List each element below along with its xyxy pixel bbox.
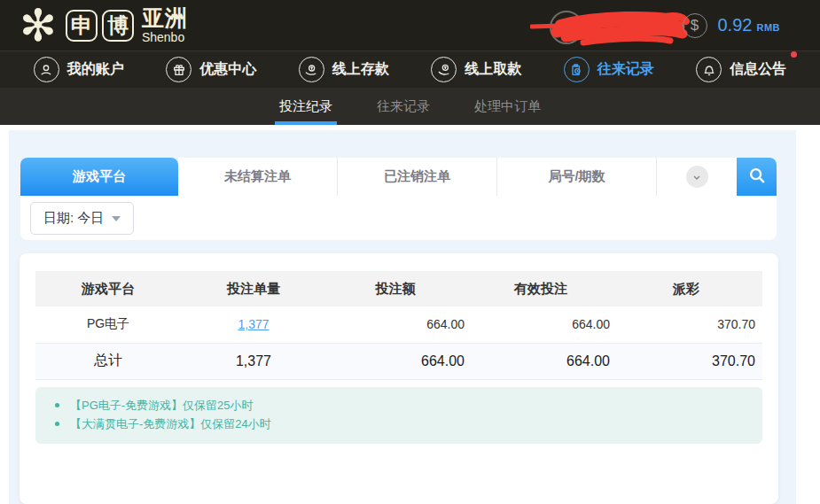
chevron-down-icon	[686, 166, 708, 188]
notice-text: 【大满贯电子-免费游戏】仅保留24小时	[70, 415, 271, 433]
total-bet-count: 1,377	[181, 343, 326, 379]
cell-payout: 370.70	[617, 306, 762, 343]
total-payout: 370.70	[617, 343, 762, 379]
logo-subtitle: Shenbo	[142, 31, 188, 43]
caret-down-icon	[112, 216, 121, 221]
total-valid-bet: 664.00	[472, 343, 617, 379]
balance-currency: RMB	[756, 22, 780, 33]
content-panel: 游戏平台 未结算注单 已注销注单 局号/期数 日期: 今日	[9, 130, 796, 504]
top-header: ✻ 申 博 亚洲 Shenbo $ 0.92 RMB	[0, 0, 820, 50]
bullet-dot-icon	[55, 403, 59, 407]
cell-valid-bet: 664.00	[472, 306, 617, 343]
nav-label: 线上取款	[465, 60, 521, 79]
cell-bet-count: 1,377	[181, 306, 326, 343]
nav-announcements[interactable]: 信息公告	[696, 57, 786, 82]
tab-game-platform[interactable]: 游戏平台	[20, 158, 178, 196]
tab-cancelled[interactable]: 已注销注单	[338, 158, 497, 196]
date-filter-dropdown[interactable]: 日期: 今日	[30, 202, 134, 235]
subnav-label: 往来记录	[377, 98, 430, 115]
account-area	[530, 7, 690, 46]
col-valid-bet: 有效投注	[472, 271, 617, 306]
query-tab-row: 游戏平台 未结算注单 已注销注单 局号/期数	[20, 158, 777, 196]
logo-char-shen: 申	[66, 10, 98, 42]
logo-char-bo: 博	[102, 10, 134, 42]
col-bet-count: 投注单量	[181, 271, 326, 306]
subnav-pending-orders[interactable]: 处理中订单	[474, 88, 541, 125]
user-icon	[34, 57, 59, 82]
total-bet-amount: 664.00	[326, 343, 472, 379]
table-total-row: 总计 1,377 664.00 664.00 370.70	[35, 343, 762, 379]
cell-platform: PG电子	[35, 306, 181, 343]
cell-bet-amount: 664.00	[326, 306, 472, 343]
filter-bar: 日期: 今日	[20, 196, 777, 240]
tab-expand-dropdown[interactable]	[657, 158, 737, 196]
subnav-transaction-records[interactable]: 往来记录	[377, 88, 430, 125]
search-icon	[747, 166, 767, 188]
notice-text: 【PG电子-免费游戏】仅保留25小时	[70, 396, 254, 415]
subnav-bet-records[interactable]: 投注纪录	[279, 88, 332, 125]
table-row: PG电子 1,377 664.00 664.00 370.70	[35, 306, 762, 343]
sub-navigation: 投注纪录 往来记录 处理中订单	[0, 88, 820, 125]
tab-round-number[interactable]: 局号/期数	[497, 158, 657, 196]
subnav-label: 处理中订单	[474, 98, 541, 115]
search-button[interactable]	[737, 158, 777, 196]
main-navigation: 我的账户 优惠中心 线上存款 线上取款	[0, 50, 820, 88]
logo-region-block: 亚洲 Shenbo	[142, 7, 188, 43]
notice-line: 【大满贯电子-免费游戏】仅保留24小时	[50, 415, 748, 433]
nav-records[interactable]: 往来记录	[564, 57, 654, 82]
col-payout: 派彩	[617, 271, 762, 306]
nav-label: 线上存款	[332, 60, 389, 79]
date-filter-label: 日期: 今日	[43, 210, 104, 227]
col-bet-amount: 投注额	[326, 271, 472, 306]
notice-box: 【PG电子-免费游戏】仅保留25小时 【大满贯电子-免费游戏】仅保留24小时	[35, 387, 762, 444]
logo-region-text: 亚洲	[142, 7, 188, 29]
nav-promotions[interactable]: 优惠中心	[166, 57, 256, 82]
nav-label: 信息公告	[730, 60, 786, 79]
results-card: 游戏平台 投注单量 投注额 有效投注 派彩 PG电子 1,377 664.00 …	[20, 253, 778, 504]
balance-amount: 0.92	[718, 15, 753, 35]
balance-display[interactable]: $ 0.92 RMB	[683, 0, 781, 50]
notice-line: 【PG电子-免费游戏】仅保留25小时	[50, 396, 748, 415]
nav-my-account[interactable]: 我的账户	[34, 57, 124, 82]
gift-icon	[166, 57, 191, 82]
redaction-scribble	[530, 7, 690, 46]
active-tab-underline	[275, 121, 337, 125]
nav-label: 往来记录	[597, 60, 654, 79]
deposit-icon	[299, 57, 324, 82]
table-header-row: 游戏平台 投注单量 投注额 有效投注 派彩	[35, 271, 762, 306]
bet-summary-table: 游戏平台 投注单量 投注额 有效投注 派彩 PG电子 1,377 664.00 …	[35, 271, 762, 380]
notification-badge	[791, 51, 797, 58]
nav-label: 优惠中心	[199, 60, 256, 79]
records-icon	[564, 57, 590, 82]
nav-label: 我的账户	[67, 60, 124, 79]
subnav-label: 投注纪录	[279, 98, 332, 115]
flower-logo-icon: ✻	[20, 4, 57, 48]
bullet-dot-icon	[55, 422, 59, 426]
tab-unsettled[interactable]: 未结算注单	[178, 158, 338, 196]
nav-withdraw[interactable]: 线上取款	[431, 57, 521, 82]
currency-dollar-icon: $	[683, 13, 707, 38]
withdraw-icon	[431, 57, 457, 82]
bell-icon	[696, 57, 722, 82]
total-label: 总计	[35, 343, 181, 379]
brand-logo[interactable]: ✻ 申 博 亚洲 Shenbo	[20, 4, 188, 48]
nav-deposit[interactable]: 线上存款	[299, 57, 389, 82]
col-game-platform: 游戏平台	[35, 271, 181, 306]
bet-count-link[interactable]: 1,377	[238, 317, 269, 331]
